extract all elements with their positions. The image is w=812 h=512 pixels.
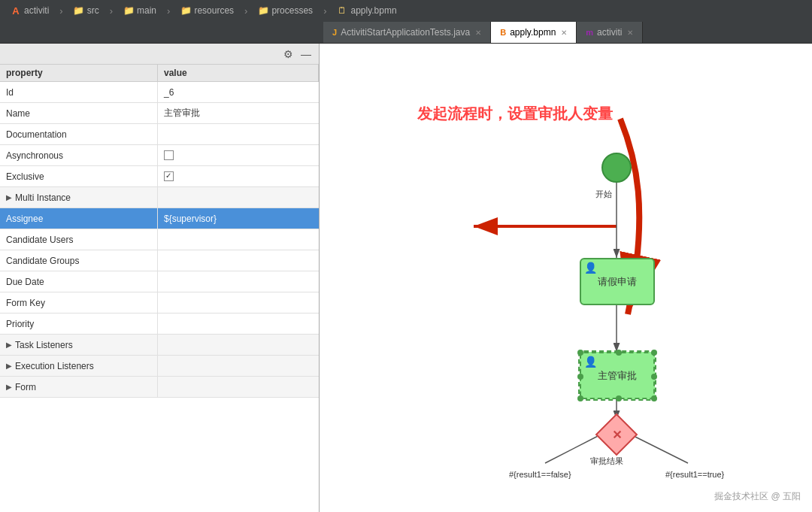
handle-left[interactable] bbox=[577, 374, 583, 380]
folder-icon-resources: 📁 bbox=[180, 5, 191, 16]
minimize-button[interactable]: — bbox=[299, 47, 313, 61]
folder-icon-src: 📁 bbox=[74, 5, 84, 16]
prop-row-assignee[interactable]: Assignee ${supervisor} bbox=[0, 208, 319, 229]
prop-value-exclusive bbox=[158, 166, 319, 186]
value-col-header: value bbox=[158, 65, 319, 81]
tab-label-activiti: activiti bbox=[597, 27, 622, 38]
close-tests-tab[interactable]: ✕ bbox=[475, 29, 481, 37]
prop-row-id[interactable]: Id _6 bbox=[0, 82, 319, 103]
prop-name-multi-instance: ▶Multi Instance bbox=[0, 187, 158, 208]
prop-row-due-date[interactable]: Due Date bbox=[0, 271, 319, 292]
start-node[interactable] bbox=[601, 153, 632, 183]
prop-value-assignee: ${supervisor} bbox=[158, 208, 319, 229]
prop-value-form bbox=[158, 377, 319, 397]
close-bpmn-tab[interactable]: ✕ bbox=[561, 29, 567, 37]
activiti-icon: A bbox=[11, 5, 21, 16]
watermark: 掘金技术社区 @ 五阳 bbox=[714, 490, 801, 503]
file-item[interactable]: 🗒 apply.bpmn bbox=[332, 4, 401, 17]
condition-false-label: #{result1==false} bbox=[509, 470, 571, 479]
tab-label-bpmn: apply.bpmn bbox=[510, 27, 556, 38]
prop-value-multi-instance bbox=[158, 187, 319, 208]
close-activiti-tab[interactable]: ✕ bbox=[627, 29, 633, 37]
gateway-label: 审批结果 bbox=[590, 456, 623, 467]
prop-value-candidate-groups bbox=[158, 250, 319, 271]
prop-table-header: property value bbox=[0, 65, 319, 82]
prop-row-form-key[interactable]: Form Key bbox=[0, 292, 319, 314]
exclusive-checkbox[interactable] bbox=[164, 171, 174, 181]
multi-instance-expand: ▶ bbox=[6, 193, 12, 201]
prop-name-task-listeners: ▶Task Listeners bbox=[0, 335, 158, 355]
resources-label: resources bbox=[194, 5, 234, 16]
src-folder[interactable]: 📁 src bbox=[69, 4, 104, 17]
resources-folder[interactable]: 📁 resources bbox=[176, 4, 238, 17]
handle-right[interactable] bbox=[651, 374, 657, 380]
gateway-node[interactable]: ✕ bbox=[595, 414, 638, 456]
handle-bottom[interactable] bbox=[616, 395, 622, 401]
panel-toolbar: ⚙ — bbox=[0, 44, 319, 65]
tab-java-icon: J bbox=[332, 28, 337, 37]
prop-value-task-listeners bbox=[158, 335, 319, 355]
task2-person-icon: 👤 bbox=[584, 356, 597, 368]
handle-tl[interactable] bbox=[577, 350, 583, 356]
prop-value-documentation bbox=[158, 124, 319, 144]
file-label: apply.bpmn bbox=[350, 5, 396, 16]
prop-row-asynchronous[interactable]: Asynchronous bbox=[0, 145, 319, 166]
settings-button[interactable]: ⚙ bbox=[281, 47, 295, 61]
task2-label: 主管审批 bbox=[598, 369, 637, 383]
processes-folder[interactable]: 📁 processes bbox=[253, 4, 317, 17]
asynchronous-checkbox[interactable] bbox=[164, 150, 174, 160]
prop-value-form-key bbox=[158, 292, 319, 313]
prop-row-candidate-groups[interactable]: Candidate Groups bbox=[0, 250, 319, 271]
svg-line-7 bbox=[631, 435, 688, 463]
bpmn-file-icon: 🗒 bbox=[337, 5, 347, 16]
prop-row-multi-instance[interactable]: ▶Multi Instance bbox=[0, 187, 319, 208]
app-label: activiti bbox=[24, 5, 49, 16]
src-label: src bbox=[87, 5, 99, 16]
annotation-text: 发起流程时，设置审批人变量 bbox=[417, 104, 613, 124]
prop-name-name: Name bbox=[0, 103, 158, 123]
form-expand: ▶ bbox=[6, 383, 12, 391]
main-folder[interactable]: 📁 main bbox=[119, 4, 161, 17]
title-bar: A activiti › 📁 src › 📁 main › 📁 resource… bbox=[0, 0, 812, 21]
handle-tr[interactable] bbox=[651, 350, 657, 356]
prop-row-candidate-users[interactable]: Candidate Users bbox=[0, 229, 319, 250]
folder-icon-processes: 📁 bbox=[258, 5, 268, 16]
prop-row-task-listeners[interactable]: ▶Task Listeners bbox=[0, 335, 319, 356]
prop-name-documentation: Documentation bbox=[0, 124, 158, 144]
execution-listeners-expand: ▶ bbox=[6, 362, 12, 370]
folder-icon-main: 📁 bbox=[123, 5, 134, 16]
task-listeners-expand: ▶ bbox=[6, 341, 12, 349]
tab-label-tests: ActivitiStartApplicationTests.java bbox=[341, 27, 470, 38]
prop-value-asynchronous bbox=[158, 145, 319, 165]
prop-row-name[interactable]: Name 主管审批 bbox=[0, 103, 319, 124]
handle-bl[interactable] bbox=[577, 395, 583, 401]
task-node-leave[interactable]: 👤 请假申请 bbox=[580, 258, 655, 305]
tab-activiti-tests[interactable]: J ActivitiStartApplicationTests.java ✕ bbox=[323, 22, 491, 43]
prop-row-exclusive[interactable]: Exclusive bbox=[0, 166, 319, 187]
prop-name-form: ▶Form bbox=[0, 377, 158, 397]
condition-true-label: #{result1==true} bbox=[665, 470, 724, 479]
prop-row-form[interactable]: ▶Form bbox=[0, 377, 319, 398]
handle-br[interactable] bbox=[651, 395, 657, 401]
tab-apply-bpmn[interactable]: B apply.bpmn ✕ bbox=[491, 22, 577, 43]
prop-name-asynchronous: Asynchronous bbox=[0, 145, 158, 165]
prop-name-exclusive: Exclusive bbox=[0, 166, 158, 186]
task-node-manager[interactable]: 👤 主管审批 bbox=[580, 352, 655, 399]
tab-bpmn-icon: B bbox=[500, 28, 506, 37]
handle-top[interactable] bbox=[616, 350, 622, 356]
properties-table: property value Id _6 Name 主管审批 Documenta… bbox=[0, 65, 319, 512]
start-node-label: 开始 bbox=[595, 189, 612, 200]
tab-activiti[interactable]: m activiti ✕ bbox=[577, 22, 643, 43]
prop-value-candidate-users bbox=[158, 229, 319, 250]
prop-value-execution-listeners bbox=[158, 356, 319, 376]
prop-row-execution-listeners[interactable]: ▶Execution Listeners bbox=[0, 356, 319, 377]
prop-name-candidate-users: Candidate Users bbox=[0, 229, 158, 250]
prop-name-form-key: Form Key bbox=[0, 292, 158, 313]
prop-row-priority[interactable]: Priority bbox=[0, 314, 319, 335]
small-red-arrow-svg bbox=[470, 215, 620, 238]
prop-value-priority bbox=[158, 314, 319, 334]
prop-row-documentation[interactable]: Documentation bbox=[0, 124, 319, 145]
diagram-area[interactable]: 发起流程时，设置审批人变量 bbox=[320, 44, 812, 512]
tab-bar: J ActivitiStartApplicationTests.java ✕ B… bbox=[0, 21, 812, 44]
prop-name-due-date: Due Date bbox=[0, 271, 158, 292]
